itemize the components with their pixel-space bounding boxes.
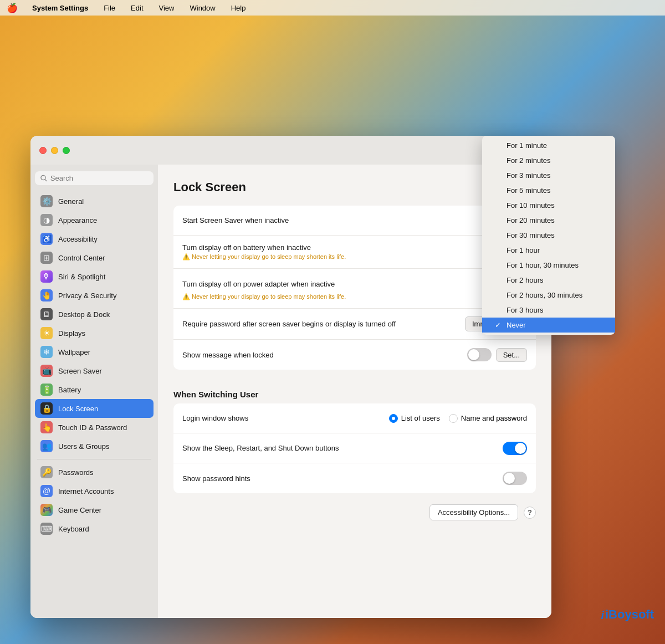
dropdown-item-4[interactable]: For 10 minutes <box>482 198 615 213</box>
accessibility-options-button[interactable]: Accessibility Options... <box>429 504 518 520</box>
maximize-button[interactable] <box>63 147 70 154</box>
window-body: ⚙️General◑Appearance♿Accessibility⊞Contr… <box>30 165 551 618</box>
menubar-view[interactable]: View <box>156 3 178 13</box>
sidebar-item-desktop[interactable]: 🖥Desktop & Dock <box>35 305 154 324</box>
sidebar-item-screensaver[interactable]: 📺Screen Saver <box>35 361 154 380</box>
sidebar: ⚙️General◑Appearance♿Accessibility⊞Contr… <box>30 165 158 618</box>
dropdown-label-2: For 3 minutes <box>507 171 550 180</box>
set-message-button[interactable]: Set... <box>496 348 527 362</box>
sidebar-item-accessibility[interactable]: ♿Accessibility <box>35 229 154 248</box>
sidebar-label-keyboard: Keyboard <box>58 525 89 533</box>
dropdown-label-1: For 2 minutes <box>507 156 550 165</box>
dropdown-item-0[interactable]: For 1 minute <box>482 138 615 153</box>
gamecenter-icon: 🎮 <box>40 504 53 516</box>
sidebar-item-internet[interactable]: @Internet Accounts <box>35 482 154 500</box>
dropdown-item-9[interactable]: For 2 hours <box>482 273 615 288</box>
show-message-control: Set... <box>467 348 527 362</box>
switching-user-group: Login window shows List of users Name an… <box>173 403 536 493</box>
dropdown-item-2[interactable]: For 3 minutes <box>482 168 615 183</box>
dropdown-label-6: For 30 minutes <box>507 231 555 239</box>
general-icon: ⚙️ <box>40 195 53 207</box>
sidebar-items-container: ⚙️General◑Appearance♿Accessibility⊞Contr… <box>35 192 154 538</box>
sidebar-label-lockscreen: Lock Screen <box>58 405 98 413</box>
search-box[interactable] <box>35 171 154 185</box>
screen-saver-row: Start Screen Saver when inactive <box>173 206 536 236</box>
display-adapter-label: Turn display off on power adapter when i… <box>182 280 484 288</box>
sidebar-item-control-center[interactable]: ⊞Control Center <box>35 248 154 267</box>
dropdown-label-3: For 5 minutes <box>507 186 550 195</box>
sleep-buttons-row: Show the Sleep, Restart, and Shut Down b… <box>173 433 536 463</box>
sidebar-label-privacy: Privacy & Security <box>58 292 116 300</box>
internet-icon: @ <box>40 485 53 497</box>
apple-menu-icon[interactable]: 🍎 <box>7 3 18 13</box>
sidebar-item-keyboard[interactable]: ⌨Keyboard <box>35 519 154 538</box>
minimize-button[interactable] <box>51 147 58 154</box>
svg-line-1 <box>45 180 47 181</box>
dropdown-item-5[interactable]: For 20 minutes <box>482 213 615 228</box>
sidebar-item-touchid[interactable]: 👆Touch ID & Password <box>35 418 154 437</box>
search-icon <box>40 175 47 182</box>
toggle-knob-3 <box>504 473 515 484</box>
sidebar-label-battery: Battery <box>58 386 81 394</box>
menubar-system-settings[interactable]: System Settings <box>29 3 91 13</box>
radio-list-users-circle <box>389 414 398 423</box>
sidebar-item-appearance[interactable]: ◑Appearance <box>35 211 154 229</box>
sidebar-label-accessibility: Accessibility <box>58 235 98 243</box>
touchid-icon: 👆 <box>40 421 53 433</box>
dropdown-item-8[interactable]: For 1 hour, 30 minutes <box>482 258 615 273</box>
sidebar-item-battery[interactable]: 🔋Battery <box>35 380 154 399</box>
menubar-window[interactable]: Window <box>186 3 218 13</box>
lockscreen-icon: 🔒 <box>40 402 53 415</box>
search-input[interactable] <box>50 174 148 182</box>
radio-name-password[interactable]: Name and password <box>449 414 527 423</box>
sleep-buttons-toggle[interactable] <box>503 442 527 455</box>
sidebar-label-passwords: Passwords <box>58 468 94 477</box>
sidebar-label-internet: Internet Accounts <box>58 487 114 495</box>
display-adapter-warning: ⚠️ Never letting your display go to slee… <box>182 293 346 300</box>
sidebar-item-passwords[interactable]: 🔑Passwords <box>35 463 154 482</box>
close-button[interactable] <box>39 147 47 154</box>
sidebar-item-privacy[interactable]: 🤚Privacy & Security <box>35 286 154 305</box>
dropdown-item-11[interactable]: For 3 hours <box>482 303 615 318</box>
dropdown-item-6[interactable]: For 30 minutes <box>482 228 615 243</box>
dropdown-item-3[interactable]: For 5 minutes <box>482 183 615 198</box>
menubar-edit[interactable]: Edit <box>127 3 146 13</box>
radio-list-users[interactable]: List of users <box>389 414 440 423</box>
dropdown-label-10: For 2 hours, 30 minutes <box>507 291 582 299</box>
dropdown-item-1[interactable]: For 2 minutes <box>482 153 615 168</box>
password-hints-toggle[interactable] <box>503 472 527 485</box>
sidebar-item-users[interactable]: 👥Users & Groups <box>35 437 154 456</box>
sidebar-separator <box>37 459 151 459</box>
sidebar-item-wallpaper[interactable]: ❄Wallpaper <box>35 343 154 361</box>
dropdown-label-0: For 1 minute <box>507 141 547 150</box>
screen-saver-label: Start Screen Saver when inactive <box>182 216 527 224</box>
screensaver-icon: 📺 <box>40 365 53 377</box>
sleep-buttons-label: Show the Sleep, Restart, and Shut Down b… <box>182 444 503 452</box>
dropdown-item-10[interactable]: For 2 hours, 30 minutes <box>482 288 615 303</box>
menubar-file[interactable]: File <box>100 3 119 13</box>
menubar-help[interactable]: Help <box>228 3 249 13</box>
sidebar-item-lockscreen[interactable]: 🔒Lock Screen <box>35 399 154 418</box>
dropdown-label-9: For 2 hours <box>507 276 543 284</box>
iboysoft-watermark: iiBoysoft <box>601 607 654 622</box>
sidebar-item-siri[interactable]: 🎙Siri & Spotlight <box>35 267 154 286</box>
show-message-row: Show message when locked Set... <box>173 340 536 370</box>
help-button[interactable]: ? <box>524 507 536 519</box>
sidebar-label-users: Users & Groups <box>58 442 109 451</box>
password-hints-row: Show password hints <box>173 463 536 493</box>
sidebar-label-desktop: Desktop & Dock <box>58 310 110 319</box>
sidebar-item-displays[interactable]: ☀Displays <box>35 324 154 343</box>
siri-icon: 🎙 <box>40 270 53 283</box>
dropdown-label-7: For 1 hour <box>507 246 540 254</box>
bottom-row: Accessibility Options... ? <box>173 504 536 520</box>
battery-icon: 🔋 <box>40 384 53 396</box>
desktop-icon: 🖥 <box>40 308 53 320</box>
dropdown-item-12[interactable]: ✓Never <box>482 318 615 333</box>
login-window-row: Login window shows List of users Name an… <box>173 403 536 433</box>
dropdown-label-12: Never <box>507 321 526 329</box>
dropdown-item-7[interactable]: For 1 hour <box>482 243 615 258</box>
display-battery-label: Turn display off on battery when inactiv… <box>182 243 527 252</box>
sidebar-item-general[interactable]: ⚙️General <box>35 192 154 211</box>
show-message-toggle[interactable] <box>467 348 492 361</box>
sidebar-item-gamecenter[interactable]: 🎮Game Center <box>35 500 154 519</box>
